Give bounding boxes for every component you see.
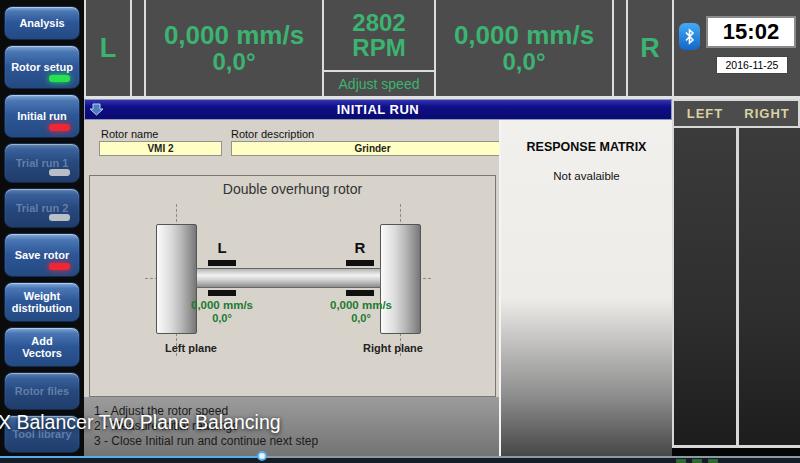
video-caption: X Balancer Two Plane Balancing [0,411,281,434]
left-bearing-top-mark [208,260,236,266]
sidebar-button-label: Analysis [19,17,64,29]
sidebar: Analysis Rotor setup Initial run Trial r… [0,0,84,463]
right-plane-phase: 0,0° [306,312,416,325]
sidebar-button-label: Save rotor [15,249,69,261]
right-plane-velocity: 0,000 mm/s [306,299,416,312]
sidebar-button-rotor-files[interactable]: Rotor files [4,372,80,410]
sidebar-button-label: Trial run 2 [16,202,69,214]
left-velocity-value: 0,000 mm/s [164,22,304,49]
sidebar-button-label: Initial run [17,110,67,122]
video-thumbnail-icon [692,459,702,463]
channel-results-columns [672,128,800,448]
rpm-display: 2802 RPM [324,0,434,72]
status-led-green [49,75,70,82]
video-seek-progress [0,456,263,458]
left-column-header: LEFT [674,101,736,126]
sidebar-button-trial-run-2[interactable]: Trial run 2 [4,188,80,228]
status-led-gray [49,214,70,221]
video-seek-handle[interactable] [257,451,267,461]
sidebar-button-trial-run-1[interactable]: Trial run 1 [4,143,80,183]
left-vibration-readout: 0,000 mm/s 0,0° [146,0,324,96]
rotor-name-input[interactable] [99,141,222,156]
sidebar-button-weight-distribution[interactable]: Weight distribution [4,282,80,322]
status-led-red [49,263,70,270]
sidebar-button-label: Weight distribution [10,290,74,314]
response-matrix-panel: RESPONSE MATRIX Not avalaible [499,120,672,463]
right-results-column [739,128,800,445]
rpm-readout: 2802 RPM Adjust speed [324,0,436,96]
right-bearing-label: R [342,239,378,256]
rotor-name-label: Rotor name [101,128,158,140]
rotor-description-input[interactable] [231,141,514,156]
left-bearing-bottom-mark [208,290,236,296]
left-phase-value: 0,0° [213,49,256,74]
adjust-speed-button[interactable]: Adjust speed [324,72,434,96]
sidebar-button-add-vectors[interactable]: Add Vectors [4,327,80,367]
diagram-title: Double overhung rotor [90,181,495,197]
left-channel-label: L [86,0,132,96]
sidebar-button-label: Rotor files [15,385,69,397]
topbar-divider [132,0,146,96]
rotor-description-label: Rotor description [231,128,314,140]
sidebar-button-label: Trial run 1 [16,157,69,169]
right-bearing-top-mark [346,260,374,266]
panel-title: INITIAL RUN [337,102,420,117]
status-led-gray [49,169,70,176]
right-column-header: RIGHT [736,101,798,126]
sidebar-button-analysis[interactable]: Analysis [4,6,80,40]
right-plane-label: Right plane [338,342,448,354]
right-velocity-value: 0,000 mm/s [454,22,594,49]
sidebar-button-initial-run[interactable]: Initial run [4,94,80,138]
right-vibration-readout: 0,000 mm/s 0,0° [436,0,614,96]
instruction-step-3: 3 - Close Initial run and continue next … [94,434,499,449]
channel-results-header: LEFT RIGHT [672,99,800,128]
sidebar-button-save-rotor[interactable]: Save rotor [4,233,80,277]
left-plane-phase: 0,0° [167,312,277,325]
arrow-down-icon [89,102,104,120]
sidebar-button-rotor-setup[interactable]: Rotor setup [4,45,80,89]
rpm-unit: RPM [352,35,405,60]
sidebar-button-label: Rotor setup [11,61,73,73]
clock: 15:02 [706,16,796,48]
topbar-divider [614,0,628,96]
rotor-shaft [196,268,381,288]
video-thumbnail-icon [676,459,686,463]
right-phase-value: 0,0° [503,49,546,74]
rotor-diagram: Double overhung rotor L R 0,000 mm/s 0,0… [89,175,496,397]
date: 2016-11-25 [716,56,788,74]
measurement-topbar: L 0,000 mm/s 0,0° 2802 RPM Adjust speed … [84,0,800,96]
sidebar-button-label: Add Vectors [10,335,74,359]
left-plane-velocity: 0,000 mm/s [167,299,277,312]
status-led-red [49,124,70,131]
rpm-value: 2802 [352,10,405,35]
response-matrix-title: RESPONSE MATRIX [501,140,672,154]
app-window: Analysis Rotor setup Initial run Trial r… [0,0,800,463]
left-plane-label: Left plane [136,342,246,354]
left-results-column [674,128,736,445]
status-cell: 15:02 2016-11-25 [674,0,800,96]
right-channel-label: R [628,0,674,96]
panel-titlebar: INITIAL RUN [84,99,672,120]
left-bearing-label: L [204,239,240,256]
video-seek-bar[interactable] [0,456,800,458]
bluetooth-icon [679,23,700,50]
video-thumbnail-icon [708,459,718,463]
left-plane-readout: 0,000 mm/s 0,0° [167,299,277,325]
response-matrix-status: Not avalaible [501,170,672,182]
channel-results-panel: LEFT RIGHT [672,99,800,448]
right-bearing-bottom-mark [346,290,374,296]
right-plane-readout: 0,000 mm/s 0,0° [306,299,416,325]
